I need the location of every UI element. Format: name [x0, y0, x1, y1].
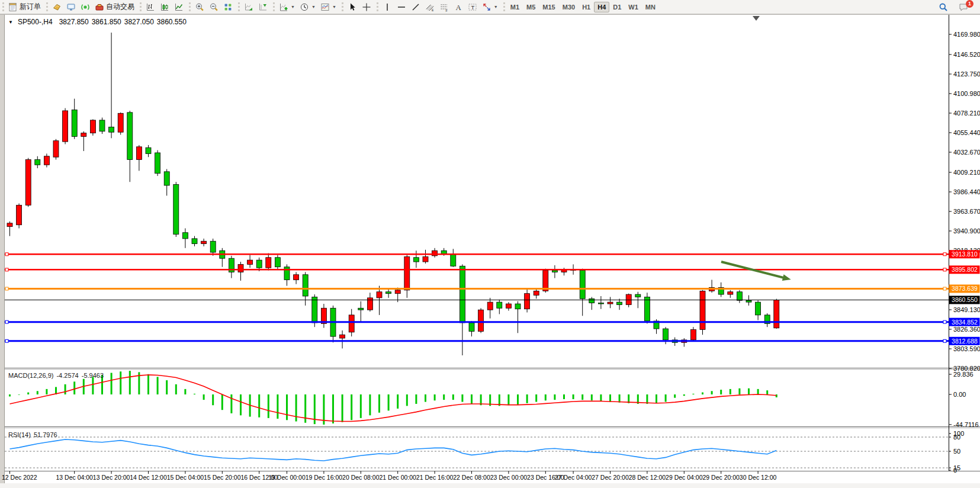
- macd-histogram-bar: [277, 394, 278, 419]
- horizontal-line-button[interactable]: [394, 1, 409, 13]
- zoom-in-button[interactable]: [192, 1, 207, 13]
- tf-w1[interactable]: W1: [625, 2, 642, 12]
- tools-group: ▼▼▼: [272, 0, 340, 14]
- macd-histogram-bar: [194, 394, 195, 394]
- line-endpoint: [5, 287, 8, 290]
- price-tick-label: 4146.520: [953, 51, 980, 58]
- terminal-button[interactable]: [64, 1, 78, 13]
- candle: [358, 308, 364, 310]
- fibonacci-button[interactable]: F: [437, 1, 451, 13]
- new-order-button[interactable]: 新订单: [6, 1, 43, 13]
- chart-shift-button[interactable]: [256, 1, 270, 13]
- price-chart-canvas[interactable]: 4169.9804146.5204123.7504100.9804078.210…: [0, 14, 980, 488]
- market-button[interactable]: [50, 1, 64, 13]
- signals-button[interactable]: [78, 1, 92, 13]
- chevron-down-icon[interactable]: ▼: [332, 5, 336, 9]
- macd-histogram-bar: [452, 394, 454, 400]
- indicators-icon: [279, 2, 288, 12]
- signal-icon: [81, 2, 90, 12]
- candle: [44, 156, 49, 165]
- time-tick-label: 27 Dec 04:00: [555, 474, 592, 481]
- candle: [118, 113, 123, 132]
- macd-indicator-label: MACD(12,26,9) -4.2574 -5.9463: [8, 372, 104, 379]
- macd-histogram-bar: [27, 393, 29, 394]
- tf-m15[interactable]: M15: [539, 2, 558, 12]
- chevron-down-icon[interactable]: ▼: [311, 5, 316, 9]
- candle: [552, 271, 557, 272]
- candle: [497, 302, 502, 308]
- price-badge-label: 3873.639: [952, 285, 978, 292]
- auto-scroll-button[interactable]: [242, 1, 256, 13]
- macd-histogram-bar: [147, 374, 149, 394]
- macd-histogram-bar: [166, 380, 168, 394]
- zoom-group: [188, 0, 237, 14]
- price-line-badge: 3895.802: [949, 265, 980, 274]
- tf-d1[interactable]: D1: [609, 2, 625, 12]
- macd-histogram-bar: [656, 394, 657, 403]
- order-group: 新订单: [1, 0, 45, 14]
- macd-histogram-bar: [18, 394, 20, 395]
- crosshair-button[interactable]: [359, 1, 374, 13]
- tf-h4[interactable]: H4: [594, 2, 609, 12]
- candle: [515, 304, 520, 309]
- candle: [626, 294, 631, 304]
- rsi-value: 51.7976: [34, 431, 57, 438]
- bar-chart-button[interactable]: [143, 1, 158, 13]
- indicators-button[interactable]: ▼: [277, 1, 297, 13]
- tf-m1[interactable]: M1: [507, 2, 523, 12]
- chevron-down-icon[interactable]: ▼: [291, 5, 295, 9]
- vertical-line-button[interactable]: [380, 1, 394, 13]
- candle: [210, 241, 216, 252]
- trendline-button[interactable]: [409, 1, 423, 13]
- templates-button[interactable]: ▼: [318, 1, 339, 13]
- macd-histogram-bar: [37, 391, 38, 394]
- tf-m30[interactable]: M30: [559, 2, 579, 12]
- candle: [663, 329, 669, 340]
- chevron-down-icon[interactable]: ▼: [494, 5, 498, 9]
- cursor-button[interactable]: [345, 1, 359, 13]
- label-button[interactable]: T: [465, 1, 480, 13]
- macd-tick-label: 29.836: [953, 371, 973, 378]
- autotrade-icon: [95, 2, 104, 12]
- timeframe-group: M1M5M15M30H1H4D1W1MN: [502, 0, 661, 14]
- chart-header: ▼ SP500-,H4 3827.850 3861.850 3827.050 3…: [8, 18, 187, 26]
- notifications-button[interactable]: 1: [956, 1, 971, 13]
- price-tick-label: 3803.590: [953, 345, 980, 352]
- time-tick-label: 13 Dec 20:00: [93, 474, 130, 481]
- candle: [248, 260, 253, 264]
- candle: [99, 120, 105, 131]
- auto-trading-button[interactable]: 自动交易: [92, 1, 137, 13]
- price-line-badge: 3913.810: [949, 250, 980, 258]
- arrows-button[interactable]: ▼: [480, 1, 500, 13]
- candle-chart-button[interactable]: [158, 1, 172, 13]
- candle: [25, 160, 31, 206]
- price-badge-label: 3834.852: [952, 319, 978, 326]
- price-tick-label: 4009.210: [953, 169, 980, 176]
- tile-windows-button[interactable]: [221, 1, 235, 13]
- candle: [774, 300, 779, 328]
- line-chart-button[interactable]: [172, 1, 186, 13]
- svg-text:T: T: [471, 4, 474, 10]
- text-button[interactable]: A: [451, 1, 465, 13]
- tf-m5[interactable]: M5: [523, 2, 539, 12]
- time-tick-label: 15 Dec 04:00: [167, 474, 204, 481]
- window-left-border: [0, 14, 5, 483]
- candle: [506, 304, 511, 308]
- macd-histogram-bar: [175, 384, 177, 394]
- symbol-dropdown-icon[interactable]: ▼: [8, 20, 13, 25]
- channel-button[interactable]: E: [423, 1, 437, 13]
- macd-histogram-bar: [720, 390, 722, 394]
- channel-icon: E: [425, 2, 435, 12]
- periods-button[interactable]: ▼: [297, 1, 318, 13]
- rsi-name: RSI(14): [8, 431, 31, 438]
- autoscroll-icon: [244, 2, 253, 12]
- zoom-out-button[interactable]: [207, 1, 221, 13]
- candle: [349, 315, 354, 332]
- scroll-group: [237, 0, 272, 14]
- candle: [395, 290, 400, 294]
- neworder-icon: [8, 2, 18, 12]
- tf-mn[interactable]: MN: [642, 2, 659, 12]
- line-endpoint: [5, 339, 8, 342]
- tf-h1[interactable]: H1: [579, 2, 594, 12]
- search-button[interactable]: [936, 1, 950, 13]
